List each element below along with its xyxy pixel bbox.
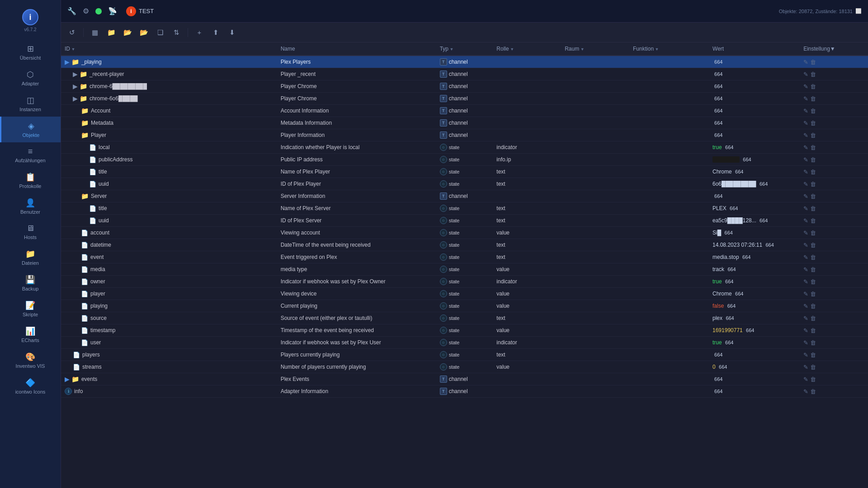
col-header-wert[interactable]: Wert (709, 42, 800, 56)
table-row[interactable]: 📄 streams Number of players currently pl… (61, 361, 868, 373)
edit-button[interactable]: ✎ (803, 303, 808, 310)
col-header-raum[interactable]: Raum (561, 42, 629, 56)
edit-button[interactable]: ✎ (803, 352, 808, 358)
folder-open-button[interactable]: 📁 (105, 26, 118, 39)
table-row[interactable]: ▶ 📁 _recent-player Player _recent T chan… (61, 68, 868, 80)
edit-button[interactable]: ✎ (803, 339, 808, 346)
sidebar-item-echarts[interactable]: 📊 ECharts (0, 322, 61, 347)
upload-button[interactable]: ⬆ (209, 26, 222, 39)
delete-button[interactable]: 🗑 (810, 242, 816, 249)
table-row[interactable]: 📄 title Name of Plex Server ○ state text… (61, 202, 868, 215)
edit-button[interactable]: ✎ (803, 144, 808, 151)
col-header-einstellung[interactable]: Einstellung▼ (800, 42, 868, 56)
delete-button[interactable]: 🗑 (810, 339, 816, 346)
table-row[interactable]: 📄 user Indicator if webhook was set by P… (61, 337, 868, 349)
edit-button[interactable]: ✎ (803, 364, 808, 371)
edit-button[interactable]: ✎ (803, 156, 808, 163)
sidebar-item-instanzen[interactable]: ◫ Instanzen (0, 91, 61, 117)
delete-button[interactable]: 🗑 (810, 291, 816, 297)
table-row[interactable]: 📄 title Name of Plex Player ○ state text… (61, 166, 868, 178)
table-row[interactable]: ▶ 📁 _playing Plex Players T channel 664 … (61, 56, 868, 68)
sidebar-item-benutzer[interactable]: 👤 Benutzer (0, 193, 61, 219)
add-button[interactable]: + (193, 26, 206, 39)
table-row[interactable]: 📄 uuid ID of Plex Player ○ state text 6o… (61, 178, 868, 190)
edit-button[interactable]: ✎ (803, 71, 808, 78)
delete-button[interactable]: 🗑 (810, 278, 816, 285)
edit-button[interactable]: ✎ (803, 230, 808, 236)
table-row[interactable]: 📄 local Indication whether Player is loc… (61, 141, 868, 154)
col-header-typ[interactable]: Typ (436, 42, 493, 56)
sidebar-item-protokolle[interactable]: 📋 Protokolle (0, 168, 61, 193)
edit-button[interactable]: ✎ (803, 242, 808, 249)
table-row[interactable]: ▶ 📁 chrome-6█████████ Player Chrome T ch… (61, 80, 868, 93)
delete-button[interactable]: 🗑 (810, 315, 816, 322)
table-row[interactable]: 📄 timestamp Timestamp of the event being… (61, 324, 868, 337)
delete-button[interactable]: 🗑 (810, 230, 816, 236)
table-row[interactable]: 📄 player Viewing device ○ state value Ch… (61, 288, 868, 300)
delete-button[interactable]: 🗑 (810, 156, 816, 163)
delete-button[interactable]: 🗑 (810, 193, 816, 200)
delete-button[interactable]: 🗑 (810, 120, 816, 127)
sidebar-item-icontwo[interactable]: 🔷 icontwo Icons (0, 373, 61, 399)
table-row[interactable]: 📄 owner Indicator if webhook was set by … (61, 276, 868, 288)
edit-button[interactable]: ✎ (803, 291, 808, 297)
table-row[interactable]: 📁 Account Account Information T channel … (61, 105, 868, 117)
delete-button[interactable]: 🗑 (810, 59, 816, 66)
edit-button[interactable]: ✎ (803, 193, 808, 200)
sidebar-item-aufzaehlungen[interactable]: ≡ Aufzählungen (0, 142, 61, 168)
table-row[interactable]: 📁 Server Server Information T channel 66… (61, 190, 868, 202)
edit-button[interactable]: ✎ (803, 254, 808, 261)
view-grid-button[interactable]: ▦ (89, 26, 101, 39)
delete-button[interactable]: 🗑 (810, 388, 816, 395)
delete-button[interactable]: 🗑 (810, 364, 816, 371)
delete-button[interactable]: 🗑 (810, 266, 816, 273)
delete-button[interactable]: 🗑 (810, 254, 816, 261)
col-header-rolle[interactable]: Rolle (493, 42, 561, 56)
delete-button[interactable]: 🗑 (810, 144, 816, 151)
table-row[interactable]: 📄 source Source of event (either plex or… (61, 312, 868, 324)
sidebar-item-skripte[interactable]: 📝 Skripte (0, 296, 61, 322)
edit-button[interactable]: ✎ (803, 59, 808, 66)
sort-button[interactable]: ⇅ (170, 26, 183, 39)
sidebar-item-hosts[interactable]: 🖥 Hosts (0, 219, 61, 244)
sidebar-item-backup[interactable]: 💾 Backup (0, 270, 61, 296)
edit-button[interactable]: ✎ (803, 388, 808, 395)
table-row[interactable]: 📁 Metadata Metadata Information T channe… (61, 117, 868, 129)
delete-button[interactable]: 🗑 (810, 181, 816, 188)
delete-button[interactable]: 🗑 (810, 169, 816, 175)
delete-button[interactable]: 🗑 (810, 71, 816, 78)
table-row[interactable]: 📄 event Event triggered on Plex ○ state … (61, 251, 868, 263)
wrench-icon[interactable]: 🔧 (67, 7, 76, 15)
edit-button[interactable]: ✎ (803, 120, 808, 127)
delete-button[interactable]: 🗑 (810, 95, 816, 102)
delete-button[interactable]: 🗑 (810, 303, 816, 310)
table-row[interactable]: 📄 datetime DateTime of the event being r… (61, 239, 868, 251)
sidebar-item-inventwo[interactable]: 🎨 Inventwo VIS (0, 347, 61, 373)
edit-button[interactable]: ✎ (803, 169, 808, 175)
download-button[interactable]: ⬇ (226, 26, 238, 39)
sidebar-item-dateien[interactable]: 📁 Dateien (0, 244, 61, 270)
delete-button[interactable]: 🗑 (810, 217, 816, 224)
edit-button[interactable]: ✎ (803, 327, 808, 334)
delete-button[interactable]: 🗑 (810, 205, 816, 212)
col-header-funktion[interactable]: Funktion (629, 42, 709, 56)
edit-button[interactable]: ✎ (803, 315, 808, 322)
table-row[interactable]: ℹ info Adapter Information T channel 664… (61, 385, 868, 398)
edit-button[interactable]: ✎ (803, 376, 808, 383)
network-icon[interactable]: 📡 (108, 7, 117, 15)
table-row[interactable]: ▶ 📁 chrome-6o6█████ Player Chrome T chan… (61, 93, 868, 105)
refresh-button[interactable]: ↺ (66, 26, 78, 39)
delete-button[interactable]: 🗑 (810, 376, 816, 383)
filter-button[interactable]: ❑ (154, 26, 166, 39)
folder-add-button[interactable]: 📂 (137, 26, 150, 39)
gear-icon[interactable]: ⚙ (83, 7, 89, 15)
edit-button[interactable]: ✎ (803, 181, 808, 188)
table-row[interactable]: 📄 media media type ○ state value track 6… (61, 263, 868, 276)
col-header-id[interactable]: ID (61, 42, 277, 56)
col-header-name[interactable]: Name (277, 42, 436, 56)
table-row[interactable]: 📄 publicAddress Public IP address ○ stat… (61, 154, 868, 166)
sidebar-item-objekte[interactable]: ◈ Objekte (0, 117, 61, 142)
edit-button[interactable]: ✎ (803, 108, 808, 114)
edit-button[interactable]: ✎ (803, 95, 808, 102)
delete-button[interactable]: 🗑 (810, 108, 816, 114)
